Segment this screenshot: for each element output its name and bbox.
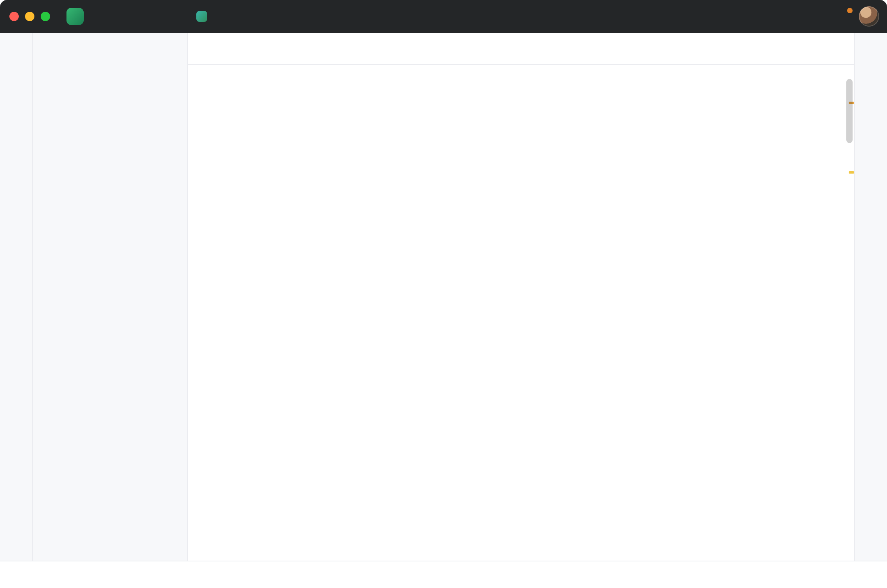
project-tree	[33, 64, 187, 66]
project-view-selector[interactable]	[33, 33, 187, 64]
editor-tab-bar	[188, 33, 854, 65]
run-config-selector[interactable]	[191, 8, 222, 25]
left-tool-stripe	[0, 33, 33, 561]
editor-scrollbar[interactable]	[846, 65, 853, 561]
right-tool-stripe	[854, 33, 887, 561]
window-controls	[9, 12, 50, 21]
vcs-widget[interactable]	[99, 13, 114, 20]
scrollbar-thumb[interactable]	[846, 79, 853, 143]
status-bar	[0, 561, 887, 588]
close-window-button[interactable]	[9, 12, 19, 21]
zoom-window-button[interactable]	[41, 12, 50, 21]
more-run-actions-button[interactable]	[269, 5, 293, 28]
settings-update-badge	[846, 7, 853, 14]
run-button[interactable]	[222, 5, 246, 28]
search-everywhere-button[interactable]	[809, 5, 832, 28]
editor-tab-controls	[842, 33, 854, 64]
avatar[interactable]	[859, 6, 879, 27]
title-bar	[0, 0, 887, 33]
editor-tabs	[188, 33, 842, 64]
project-tool-window	[33, 33, 188, 561]
project-logo	[66, 8, 84, 25]
ide-window	[0, 0, 887, 588]
code-editor[interactable]	[188, 65, 854, 561]
run-config-icon	[196, 11, 207, 22]
project-widget[interactable]	[61, 5, 99, 28]
code-lines[interactable]	[188, 65, 854, 561]
minimize-window-button[interactable]	[25, 12, 34, 21]
device-selector[interactable]	[171, 13, 191, 20]
editor-area	[188, 33, 854, 561]
debug-button[interactable]	[246, 5, 269, 28]
settings-button[interactable]	[832, 5, 856, 28]
inspection-warning-icon[interactable]	[828, 70, 839, 81]
